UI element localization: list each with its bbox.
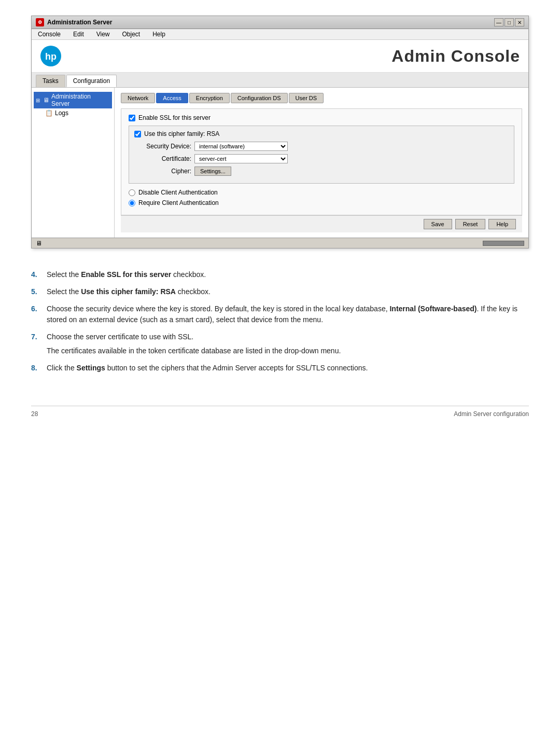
step-7: 7. Choose the server certificate to use … [31, 331, 529, 356]
right-panel: Network Access Encryption Configuration … [115, 88, 528, 238]
close-button[interactable]: ✕ [515, 18, 524, 26]
window-controls: — □ ✕ [494, 18, 524, 26]
admin-console-window: ⚙ Administration Server — □ ✕ Console Ed… [31, 16, 529, 248]
step-8-content: Click the Settings button to set the cip… [47, 363, 529, 374]
use-cipher-label: Use this cipher family: RSA [144, 130, 219, 137]
status-icon: 🖥 [36, 240, 42, 247]
step-4-number: 4. [31, 269, 47, 280]
step-6-content: Choose the security device where the key… [47, 303, 529, 325]
security-device-row: Security Device: internal (software) [134, 142, 509, 151]
reset-button[interactable]: Reset [455, 219, 486, 229]
certificate-label: Certificate: [134, 155, 191, 162]
radio-disable-label: Disable Client Authentication [138, 189, 218, 196]
console-title: Admin Console [391, 47, 520, 66]
step-4-content: Select the Enable SSL for this server ch… [47, 269, 529, 280]
enable-ssl-row: Enable SSL for this server [129, 114, 514, 121]
use-cipher-row: Use this cipher family: RSA [134, 130, 509, 137]
enable-ssl-checkbox[interactable] [129, 115, 135, 121]
help-button[interactable]: Help [488, 219, 516, 229]
save-button[interactable]: Save [424, 219, 452, 229]
page-footer: 28 Admin Server configuration [31, 406, 529, 418]
panel-content: Enable SSL for this server Use this ciph… [121, 108, 522, 215]
radio-disable[interactable] [129, 189, 135, 196]
step-7-content: Choose the server certificate to use wit… [47, 331, 341, 356]
settings-button[interactable]: Settings... [194, 167, 231, 176]
menu-bar: Console Edit View Object Help [32, 29, 528, 40]
sub-tabs: Network Access Encryption Configuration … [121, 93, 522, 103]
logs-icon: 📋 [45, 109, 53, 117]
app-area: hp Admin Console Tasks Configuration ⊞ 🖥… [32, 40, 528, 248]
main-tabs-row: Tasks Configuration [32, 73, 528, 88]
menu-edit[interactable]: Edit [71, 30, 86, 38]
sidebar-logs-label: Logs [55, 109, 68, 117]
radio-require-row: Require Client Authentication [129, 199, 514, 206]
server-icon: 🖥 [43, 96, 49, 104]
sub-tab-encryption[interactable]: Encryption [189, 93, 230, 103]
expand-icon: ⊞ [36, 98, 40, 103]
minimize-button[interactable]: — [494, 18, 503, 26]
radio-require[interactable] [129, 200, 135, 206]
app-header: hp Admin Console [32, 40, 528, 73]
step-8: 8. Click the Settings button to set the … [31, 363, 529, 374]
cipher-group: Use this cipher family: RSA Security Dev… [129, 126, 514, 184]
step-6-number: 6. [31, 303, 47, 325]
tab-tasks[interactable]: Tasks [36, 75, 65, 87]
radio-disable-row: Disable Client Authentication [129, 189, 514, 196]
sidebar: ⊞ 🖥 Administration Server 📋 Logs [32, 88, 115, 238]
step-7-number: 7. [31, 331, 47, 356]
enable-ssl-label: Enable SSL for this server [138, 114, 211, 121]
sidebar-item-logs[interactable]: 📋 Logs [43, 108, 112, 118]
title-bar: ⚙ Administration Server — □ ✕ [32, 16, 528, 29]
sidebar-item-admin-server[interactable]: ⊞ 🖥 Administration Server [34, 92, 112, 108]
sub-tab-configuration-ds[interactable]: Configuration DS [231, 93, 288, 103]
svg-text:hp: hp [45, 51, 57, 62]
security-device-select[interactable]: internal (software) [194, 142, 288, 151]
step-5-number: 5. [31, 286, 47, 297]
page-wrapper: ⚙ Administration Server — □ ✕ Console Ed… [0, 0, 560, 449]
restore-button[interactable]: □ [505, 18, 514, 26]
section-title: Admin Server configuration [454, 410, 529, 418]
menu-help[interactable]: Help [150, 30, 167, 38]
radio-require-label: Require Client Authentication [138, 199, 219, 206]
sidebar-admin-server-label: Administration Server [51, 93, 110, 107]
radio-group: Disable Client Authentication Require Cl… [129, 189, 514, 206]
bottom-bar: Save Reset Help [121, 215, 522, 232]
step-5: 5. Select the Use this cipher family: RS… [31, 286, 529, 297]
step-7-sub: The certificates available in the token … [47, 346, 341, 356]
sub-tab-access[interactable]: Access [156, 93, 188, 103]
menu-object[interactable]: Object [120, 30, 143, 38]
status-progress [483, 241, 524, 246]
menu-view[interactable]: View [94, 30, 112, 38]
step-8-number: 8. [31, 363, 47, 374]
step-5-content: Select the Use this cipher family: RSA c… [47, 286, 529, 297]
certificate-select[interactable]: server-cert [194, 154, 288, 163]
step-4: 4. Select the Enable SSL for this server… [31, 269, 529, 280]
hp-logo: hp [40, 45, 62, 67]
menu-console[interactable]: Console [36, 30, 63, 38]
use-cipher-checkbox[interactable] [134, 131, 141, 137]
instructions: 4. Select the Enable SSL for this server… [31, 264, 529, 385]
sub-tab-network[interactable]: Network [121, 93, 155, 103]
security-device-label: Security Device: [134, 143, 191, 150]
title-bar-left: ⚙ Administration Server [36, 18, 112, 26]
sub-tab-user-ds[interactable]: User DS [289, 93, 324, 103]
status-bar: 🖥 [32, 238, 528, 248]
window-icon: ⚙ [36, 18, 44, 26]
page-number: 28 [31, 410, 38, 418]
cipher-row: Cipher: Settings... [134, 167, 509, 176]
tab-configuration[interactable]: Configuration [66, 75, 117, 87]
certificate-row: Certificate: server-cert [134, 154, 509, 163]
window-title: Administration Server [47, 19, 112, 26]
content-area: ⊞ 🖥 Administration Server 📋 Logs Network… [32, 88, 528, 238]
cipher-label: Cipher: [134, 168, 191, 175]
step-6: 6. Choose the security device where the … [31, 303, 529, 325]
